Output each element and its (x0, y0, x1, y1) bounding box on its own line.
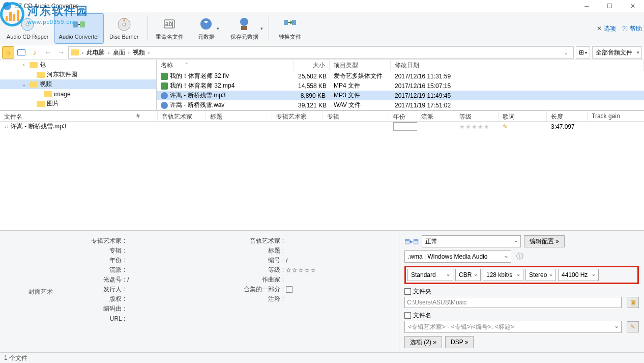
video-file-icon (161, 73, 168, 80)
output-folder-input[interactable] (404, 297, 622, 308)
queue-col-header[interactable]: 年份 (389, 111, 417, 121)
metadata-field[interactable]: 光盘号 :/ (76, 275, 235, 285)
col-name[interactable]: 名称 (157, 60, 294, 71)
queue-col-header[interactable]: 长度 (547, 111, 588, 121)
metadata-field[interactable]: URL : (76, 314, 235, 323)
edit-lyrics-icon[interactable]: ✎ (503, 123, 508, 130)
year-input[interactable] (393, 122, 417, 131)
file-list-pane: 名称 大小 项目类型 修改日期 我的！体育老师 32.flv25,502 KB爱… (157, 60, 644, 110)
col-type[interactable]: 项目类型 (330, 60, 391, 71)
metadata-field[interactable]: 音轨艺术家 : (235, 236, 394, 246)
metadata-field[interactable]: 注释 : (235, 294, 394, 304)
home-button[interactable]: ⌂ (2, 46, 14, 59)
monitor-icon (17, 49, 25, 55)
options-link[interactable]: ✕ 选项 (597, 24, 616, 33)
queue-col-header[interactable]: 流派 (417, 111, 455, 121)
breadcrumb-seg[interactable]: 桌面 (111, 48, 127, 57)
tree-item[interactable]: ⌄视频 (0, 79, 156, 89)
computer-button[interactable] (15, 46, 27, 59)
nav-forward-button[interactable]: → (55, 46, 67, 59)
queue-col-header[interactable]: Track gain (588, 111, 628, 121)
queue-col-header[interactable]: 等级 (455, 111, 499, 121)
breadcrumb-seg[interactable]: 视频 (131, 48, 147, 57)
metadata-field[interactable]: 作曲家 : (235, 275, 394, 285)
options-button[interactable]: 选项 (2) » (404, 336, 442, 348)
format-select[interactable]: .wma | Windows Media Audio (404, 250, 511, 263)
metadata-field[interactable]: 等级 :☆☆☆☆☆ (235, 265, 394, 275)
disc-icon (117, 17, 131, 32)
mode-select[interactable]: 正常 (422, 235, 521, 247)
queue-list[interactable]: ♫许嵩 - 断桥残雪.mp3 ★★★★★ ✎ 3:47.097 (0, 122, 644, 231)
queue-row[interactable]: ♫许嵩 - 断桥残雪.mp3 ★★★★★ ✎ 3:47.097 (0, 122, 644, 131)
convert-files-button[interactable]: 转换文件 (272, 13, 308, 44)
cover-art-box[interactable]: 封面艺术 (20, 236, 61, 347)
browse-folder-button[interactable]: ▣ (627, 297, 639, 308)
metadata-field[interactable]: 流派 : (76, 265, 235, 275)
nav-back-button[interactable]: ← (42, 46, 54, 59)
tree-item[interactable]: 图片 (0, 99, 156, 108)
encoder-param-select[interactable]: Stereo (525, 269, 556, 281)
edit-config-button[interactable]: 编辑配置 » (524, 235, 565, 247)
encoder-param-select[interactable]: CBR (455, 269, 481, 281)
close-button[interactable]: ✕ (621, 0, 644, 12)
rename-files-button[interactable]: ab| 重命名文件 (151, 13, 188, 44)
metadata-field[interactable]: 专辑 : (76, 246, 235, 256)
file-row[interactable]: 许嵩 - 断桥残雪.mp38,890 KBMP3 文件2017/12/19 11… (157, 91, 644, 100)
metadata-button[interactable]: 元数据 ▾ (189, 13, 225, 44)
metadata-field[interactable]: 发行人 : (76, 285, 235, 294)
rating-stars[interactable]: ★★★★★ (455, 123, 499, 130)
save-metadata-button[interactable]: 保存元数据 ▾ (226, 13, 265, 44)
metadata-field[interactable]: 版权 : (76, 294, 235, 304)
breadcrumb-seg[interactable]: 此电脑 (84, 48, 107, 57)
file-list[interactable]: 我的！体育老师 32.flv25,502 KB爱奇艺多媒体文件2017/12/1… (157, 71, 644, 110)
queue-col-header[interactable]: 标题 (206, 111, 272, 121)
queue-col-header[interactable]: 音轨艺术家 (158, 111, 206, 121)
metadata-field[interactable]: 合集的一部分 : (235, 285, 394, 294)
rating-stars[interactable]: ☆☆☆☆☆ (286, 267, 316, 274)
info-icon[interactable]: ⓘ (516, 252, 523, 261)
folder-tree[interactable]: ›包河东软件园⌄视频image图片 (0, 60, 157, 110)
queue-col-header[interactable]: 专辑 (323, 111, 389, 121)
file-row[interactable]: 许嵩 - 断桥残雪.wav39,121 KBWAV 文件2017/11/19 1… (157, 100, 644, 110)
audio-converter-button[interactable]: Audio Converter (54, 13, 104, 44)
minimize-button[interactable]: ─ (575, 0, 598, 12)
compilation-checkbox[interactable] (286, 286, 292, 293)
music-button[interactable]: ♪ (28, 46, 41, 59)
queue-col-header[interactable]: # (132, 111, 158, 121)
tree-label: 视频 (40, 80, 52, 89)
metadata-field[interactable]: 标题 : (235, 246, 394, 256)
edit-pattern-button[interactable]: ✎ (627, 321, 639, 332)
chevron-down-icon[interactable]: ⌄ (561, 50, 571, 55)
audio-cd-ripper-button[interactable]: Audio CD Ripper (2, 13, 53, 44)
metadata-field[interactable]: 专辑艺术家 : (76, 236, 235, 246)
file-row[interactable]: 我的！体育老师 32.flv25,502 KB爱奇艺多媒体文件2017/12/1… (157, 71, 644, 81)
breadcrumb-path[interactable]: › 此电脑 › 桌面 › 视频 › ⌄ (68, 46, 574, 59)
encoder-param-select[interactable]: 44100 Hz (558, 269, 599, 281)
tree-item[interactable]: image (0, 89, 156, 99)
dsp-button[interactable]: DSP » (445, 336, 474, 348)
file-row[interactable]: 我的！体育老师 32.mp414,558 KBMP4 文件2017/12/16 … (157, 81, 644, 91)
svg-point-5 (123, 23, 126, 26)
col-size[interactable]: 大小 (294, 60, 330, 71)
metadata-field[interactable]: 编号 :/ (235, 256, 394, 265)
queue-col-header[interactable]: 歌词 (499, 111, 547, 121)
col-date[interactable]: 修改日期 (391, 60, 644, 71)
encoder-param-select[interactable]: Standard (407, 269, 453, 281)
tree-item[interactable]: 河东软件园 (0, 70, 156, 79)
maximize-button[interactable]: ☐ (598, 0, 621, 12)
queue-col-header[interactable]: 文件名 (0, 111, 132, 121)
svg-text:ab|: ab| (165, 20, 173, 27)
help-link[interactable]: ?⃝ 帮助 (622, 24, 642, 33)
folder-checkbox[interactable]: 文件夹 (404, 287, 639, 296)
convert-icon (72, 17, 86, 32)
file-filter-select[interactable]: 全部音频文件 (592, 46, 642, 59)
encoder-param-select[interactable]: 128 kbit/s (483, 269, 523, 281)
metadata-field[interactable]: 年份 : (76, 256, 235, 265)
tree-item[interactable]: ›包 (0, 60, 156, 70)
metadata-field[interactable]: 编码由 : (76, 304, 235, 314)
queue-col-header[interactable]: 专辑艺术家 (272, 111, 323, 121)
disc-burner-button[interactable]: Disc Burner (105, 13, 143, 44)
filename-pattern-select[interactable]: <专辑艺术家> - <专辑>\<编号>. <标题> (404, 321, 622, 333)
filename-checkbox[interactable]: 文件名 (404, 311, 639, 320)
view-mode-button[interactable]: ⊞▾ (576, 46, 590, 59)
